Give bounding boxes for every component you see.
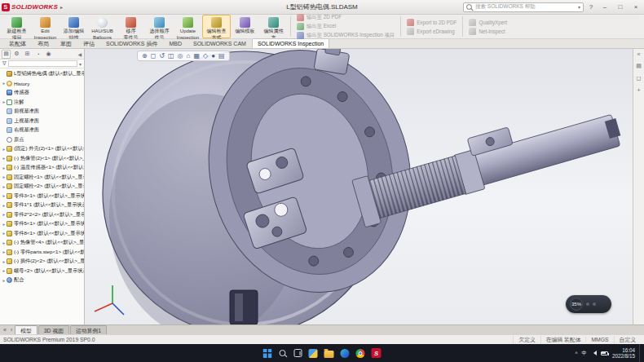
search-input[interactable]: 搜索 SOLIDWORKS 帮助 ▾ — [463, 2, 584, 12]
display-manager-tab-icon[interactable]: ◉ — [44, 50, 53, 59]
clock[interactable]: 16:04 2022/8/15 — [612, 347, 635, 359]
tree-item[interactable]: ▸零件5<1> (默认<<默认>_显示状态..) — [2, 219, 84, 229]
tab-mbd[interactable]: MBD — [163, 38, 187, 48]
tree-item[interactable]: ▸(-) 零件parts.step<1> (默认<<默..) — [2, 248, 84, 258]
status-units[interactable]: MMGS — [585, 337, 613, 342]
tab-layout[interactable]: 布局 — [32, 38, 55, 48]
tab-addins[interactable]: SOLIDWORKS 插件 — [100, 38, 163, 48]
scroll-tabs-left-icon[interactable]: « — [2, 327, 8, 333]
search-dropdown-icon[interactable]: ▾ — [578, 4, 580, 10]
status-custom[interactable]: 自定义 — [614, 336, 641, 344]
export-edrawing-button[interactable]: Export eDrawing — [407, 28, 457, 35]
tree-item[interactable]: ▸零件2^2<2> (默认<<默认>_显示..) — [2, 210, 84, 220]
file-explorer-pane-icon[interactable]: ◻ — [637, 75, 642, 82]
zoom-area-icon[interactable]: ◻ — [151, 53, 157, 60]
task-view-button[interactable] — [294, 349, 302, 357]
export-excel-button[interactable]: 输出至 Excel — [297, 23, 395, 30]
tree-item[interactable]: ▸螺母<2> (默认<<默认>_显示状态..) — [2, 267, 84, 276]
add-edit-characteristics-button[interactable]: 添加/编辑特性 — [60, 15, 88, 38]
tree-item[interactable]: ▸(-) 热像管<4> (默认<<默认>_显示..) — [2, 238, 84, 248]
qualityxpert-button[interactable]: QualityXpert — [469, 19, 507, 26]
dynamic-annotation-icon[interactable]: ◎ — [178, 53, 183, 60]
section-view-icon[interactable]: ◫ — [168, 53, 174, 60]
tree-item-mates[interactable]: ▸配合 — [2, 276, 84, 285]
property-manager-tab-icon[interactable]: ⚙ — [12, 50, 21, 59]
tree-item[interactable]: ▸固定螺栓<2> (默认<<默认>_显示状..) — [2, 182, 84, 192]
start-button[interactable] — [263, 349, 272, 358]
tray-chevron-icon[interactable]: ^ — [575, 351, 577, 356]
tree-item[interactable]: ▸(-) 温度传感器<1> (默认<<默认>_显..) — [2, 163, 84, 173]
tree-item[interactable]: ▸注解 — [2, 98, 84, 108]
tree-item[interactable]: ▸(-) 插件(2)<2> (默认<<默认>_显..) — [2, 257, 84, 267]
expand-task-pane-icon[interactable]: « — [637, 51, 641, 57]
menu-expand-icon[interactable]: ▸ — [60, 4, 63, 10]
ime-indicator[interactable]: 中 — [581, 350, 587, 357]
tree-item[interactable]: 前视基准面 — [2, 107, 84, 117]
solidworks-taskbar-button[interactable]: S — [372, 348, 382, 358]
close-button[interactable]: × — [629, 2, 642, 13]
filter-funnel-icon[interactable]: ∇ — [2, 60, 7, 67]
hide-show-items-icon[interactable]: ◇ — [203, 53, 208, 60]
battery-icon[interactable] — [601, 351, 608, 355]
edit-appearance-icon[interactable]: ● — [211, 53, 215, 60]
export-2d-pdf-button[interactable]: 输出至 2D PDF — [297, 14, 395, 21]
maximize-button[interactable]: □ — [614, 2, 627, 13]
taskbar-search-button[interactable] — [279, 349, 288, 358]
tab-solidworks-inspection[interactable]: SOLIDWORKS Inspection — [252, 38, 329, 48]
design-library-icon[interactable]: ▤ — [636, 63, 642, 69]
file-explorer-button[interactable] — [324, 349, 334, 358]
tab-sketch[interactable]: 草图 — [55, 38, 77, 48]
widgets-button[interactable] — [309, 349, 318, 358]
edit-properties-button[interactable]: 编辑属性方 — [259, 15, 288, 38]
configuration-manager-tab-icon[interactable]: ⊞ — [23, 50, 32, 59]
new-inspection-project-button[interactable]: 新建检查项目 — [2, 15, 31, 38]
minimize-button[interactable]: – — [598, 2, 611, 13]
zoom-indicator[interactable]: 35% — [566, 295, 611, 313]
tab-solidworks-cam[interactable]: SOLIDWORKS CAM — [187, 38, 252, 48]
custom-properties-icon[interactable]: + — [637, 87, 640, 93]
solidworks-logo[interactable]: S SOLIDWORKS — [2, 3, 58, 11]
tree-item[interactable]: 上视基准面 — [2, 117, 84, 126]
help-icon[interactable]: ? — [586, 3, 596, 11]
tree-item[interactable]: ▸固定螺栓<1> (默认<<默认>_显示状..) — [2, 173, 84, 183]
edit-inspection-button[interactable]: EditInspection — [31, 15, 60, 38]
tree-item[interactable]: ▸零件3<1> (默认<<默认>_显示状态..) — [2, 192, 84, 201]
tab-model[interactable]: 模型 — [15, 325, 37, 334]
net-inspect-button[interactable]: Net-Inspect — [469, 28, 507, 35]
tree-item[interactable]: ▸(固定) 外壳(2)<1> (默认<<默认>_显示状态 1>) — [2, 144, 84, 154]
tree-item[interactable]: ▸零件1^1 (默认<<默认>_显示状态..) — [2, 201, 84, 210]
tab-assembly[interactable]: 装配体 — [3, 38, 32, 48]
tree-item[interactable]: ▸History — [2, 79, 84, 89]
edit-inspection-method-button[interactable]: 编辑检查方式 — [202, 15, 231, 38]
view-settings-icon[interactable]: ▤ — [218, 53, 225, 60]
show-desktop-button[interactable] — [639, 344, 642, 362]
tree-filter-input[interactable] — [8, 60, 77, 67]
display-style-icon[interactable]: ▦ — [193, 53, 200, 60]
pick-sequence-button[interactable]: 选择顺序件号 — [145, 15, 174, 38]
volume-icon[interactable] — [591, 351, 597, 355]
tab-evaluate[interactable]: 评估 — [77, 38, 100, 48]
dimxpert-manager-tab-icon[interactable]: ◔ — [33, 50, 42, 59]
zoom-fit-icon[interactable]: ⊕ — [142, 53, 148, 60]
reorder-balloon-button[interactable]: 移序零件号 — [117, 15, 145, 38]
update-inspection-button[interactable]: UpdateInspection — [174, 15, 202, 38]
view-orientation-icon[interactable]: ⌂ — [187, 53, 191, 60]
tree-item[interactable]: 原点 — [2, 135, 84, 145]
tab-motion-study[interactable]: 运动算例1 — [70, 325, 107, 334]
cad-model-render[interactable] — [85, 49, 633, 324]
scroll-tab-left-icon[interactable]: ‹ — [9, 327, 14, 333]
tree-item[interactable]: 右视基准面 — [2, 126, 84, 135]
tree-item[interactable]: ▸零件8<1> (默认<<默认>_显示状态..) — [2, 229, 84, 239]
tree-item[interactable]: ▸(-) 热像管(2)<1> (默认<<默认>_显示状..) — [2, 154, 84, 164]
edge-button[interactable] — [341, 349, 350, 358]
panel-collapse-icon[interactable]: ◀ — [77, 51, 82, 57]
tab-3d-views[interactable]: 3D 视图 — [38, 325, 69, 334]
feature-manager-tab-icon[interactable]: ▤ — [2, 50, 11, 59]
tree-item-root[interactable]: L型铝铸热电偶 (默认<默认_显示状态-1>) — [2, 69, 84, 79]
previous-view-icon[interactable]: ↺ — [159, 53, 165, 60]
edit-template-button[interactable]: 编辑模板 — [231, 15, 259, 38]
tree-item[interactable]: 传感器 — [2, 88, 84, 98]
filter-dropdown-icon[interactable]: ▾ — [79, 61, 82, 67]
export-to-2d-pdf-button[interactable]: Export to 2D PDF — [407, 19, 457, 26]
balloons-button[interactable]: HAU/SUBBalloons — [88, 15, 117, 38]
